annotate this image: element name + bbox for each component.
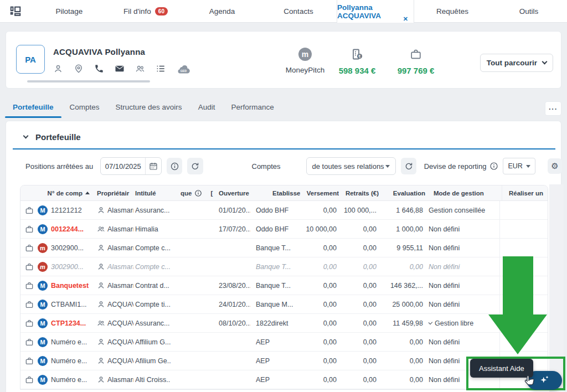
account-title: Contrat d... xyxy=(135,282,171,290)
account-number-link[interactable]: Numéro e... xyxy=(51,357,90,365)
deposits: 0,00 xyxy=(299,376,337,384)
provider-badge: M xyxy=(38,205,48,215)
gear-icon[interactable]: ⚙ xyxy=(548,158,562,174)
nav-item-requetes[interactable]: Requêtes xyxy=(414,0,491,22)
account-title: Assuranc... xyxy=(135,207,171,214)
table-row[interactable]: M 0012244... Alasmarrr Himalia 17/07/20.… xyxy=(20,220,548,239)
header-title[interactable]: Intitulé xyxy=(135,190,171,197)
account-title: Compte c... xyxy=(135,263,171,271)
person-icon xyxy=(97,262,105,271)
provider-letter: M xyxy=(40,282,45,289)
phone-icon[interactable] xyxy=(94,64,104,74)
info-button[interactable] xyxy=(167,158,182,174)
header-action[interactable]: Réaliser un xyxy=(502,185,548,200)
positions-label: Positions arrêtées au xyxy=(25,162,93,171)
withdrawals: 0,00 xyxy=(338,263,377,271)
portfolio-controls: Positions arrêtées au 07/10/2025 Comptes… xyxy=(6,157,562,176)
collapse-chevron-icon[interactable] xyxy=(23,133,29,139)
header-management[interactable]: Mode de gestion xyxy=(431,190,502,197)
tab-structure-des-avoirs[interactable]: Structure des avoirs xyxy=(116,103,182,112)
table-row[interactable]: M CTBAMI1... ACQUAVI Compte ti... 24/01/… xyxy=(20,295,548,314)
nav-item-agenda[interactable]: Agenda xyxy=(184,0,260,22)
account-number-link[interactable]: 0012244... xyxy=(51,225,90,233)
tab-performance[interactable]: Performance xyxy=(231,103,274,112)
refresh-positions-button[interactable] xyxy=(187,158,203,174)
location-pin-icon[interactable] xyxy=(74,64,84,74)
header-risk[interactable]: que [ xyxy=(173,189,216,197)
account-number-link[interactable]: CTP1234... xyxy=(51,319,90,327)
envelope-icon[interactable] xyxy=(115,64,125,74)
moneypitch-icon: m xyxy=(298,48,312,61)
info-icon[interactable] xyxy=(489,162,498,171)
relations-select[interactable]: de toutes ses relations xyxy=(306,157,396,175)
account-number-link[interactable]: Banquetest xyxy=(51,282,90,290)
action-cell xyxy=(499,220,548,238)
calendar-icon[interactable] xyxy=(146,157,161,175)
close-icon[interactable]: ✕ xyxy=(403,16,408,23)
currency-select[interactable]: EUR xyxy=(503,158,535,174)
positions-date-picker[interactable]: 07/10/2025 xyxy=(100,157,162,175)
date-input[interactable]: 07/10/2025 xyxy=(101,162,145,171)
table-row[interactable]: M 12121212 Alasmarrr Assuranc... 01/01/2… xyxy=(20,201,548,220)
browse-all-button[interactable]: Tout parcourir xyxy=(480,54,553,72)
account-number-link[interactable]: 3002900... xyxy=(51,263,90,271)
tab-audit[interactable]: Audit xyxy=(198,103,215,112)
table-row[interactable]: M CTP1234... ACQUAVI Assuranc... 08/10/2… xyxy=(20,314,548,333)
owner-name: Alasmarrr xyxy=(107,376,133,384)
header-valuation[interactable]: Evaluation xyxy=(380,190,425,197)
table-row[interactable]: M Numéro e... ACQUAVI Affilium G... AEP … xyxy=(20,333,548,352)
header-owner[interactable]: Propriétair xyxy=(97,190,133,197)
more-options-button[interactable]: ··· xyxy=(545,101,561,116)
table-row[interactable]: M Banquetest Alasmarrr Contrat d... 23/0… xyxy=(20,276,548,295)
icons-scrollbar[interactable] xyxy=(27,80,150,82)
nav-tab-client-active[interactable]: Pollyanna ACQUAVIVA ✕ xyxy=(337,0,414,23)
management-mode: Non défini xyxy=(429,376,460,384)
account-number-link[interactable]: Numéro e... xyxy=(51,376,90,384)
opening-date: 17/07/20... xyxy=(216,225,250,233)
table-header: N° de comp Propriétair Intitulé que [ Ou… xyxy=(20,185,548,201)
client-header-card: PA ACQUAVIVA Pollyanna GED m MoneyPitch … xyxy=(6,31,561,89)
header-deposits[interactable]: Versement xyxy=(301,190,339,197)
avatar: PA xyxy=(16,45,45,74)
portfolio-assets-stat[interactable]: 997 769 € xyxy=(383,47,449,75)
management-mode: Non défini xyxy=(429,244,460,252)
tab-comptes[interactable]: Comptes xyxy=(70,103,100,112)
person-icon[interactable] xyxy=(53,64,63,74)
ged-cloud-icon[interactable]: GED xyxy=(176,64,190,74)
app-logo-icon[interactable] xyxy=(0,0,31,22)
nav-item-contacts[interactable]: Contacts xyxy=(260,0,337,22)
bank-assets-stat[interactable]: € 598 934 € xyxy=(324,47,390,75)
deposits: 10 000,00 xyxy=(299,225,337,233)
account-number-link[interactable]: 12121212 xyxy=(51,207,90,214)
table-row[interactable]: m 3002900... Alasmarrr Compte c... Banqu… xyxy=(20,257,548,276)
account-number-link[interactable]: Numéro e... xyxy=(51,338,90,346)
institution: Banque T... xyxy=(256,263,298,271)
account-number-link[interactable]: 3002900... xyxy=(51,244,90,252)
owner-name: Alasmarrr xyxy=(107,263,133,271)
header-account[interactable]: N° de comp xyxy=(25,190,90,197)
account-number-link[interactable]: CTBAMI1... xyxy=(51,301,90,308)
tab-portefeuille[interactable]: Portefeuille xyxy=(13,103,54,112)
withdrawals: 0,00 xyxy=(338,319,377,327)
institution: Banque M... xyxy=(256,301,298,308)
chevron-down-icon[interactable] xyxy=(429,320,432,324)
info-icon[interactable] xyxy=(194,189,202,197)
group-icon xyxy=(97,319,105,327)
provider-badge: M xyxy=(38,375,48,385)
opening-date: 23/08/20... xyxy=(216,282,250,290)
nav-item-pilotage[interactable]: Pilotage xyxy=(31,0,107,22)
refresh-accounts-button[interactable] xyxy=(401,158,416,174)
header-opening[interactable]: Ouverture xyxy=(216,190,250,197)
client-tabs: Portefeuille Comptes Structure des avoir… xyxy=(13,103,274,112)
provider-badge: m xyxy=(38,243,48,253)
nav-item-outils[interactable]: Outils xyxy=(491,0,567,22)
briefcase-icon xyxy=(25,338,35,347)
header-withdrawals[interactable]: Retraits (€) xyxy=(340,190,379,197)
header-institution[interactable]: Etablissem xyxy=(256,190,300,197)
deposits: 0,00 xyxy=(299,338,337,346)
account-title: Affilium G... xyxy=(135,338,171,346)
group-icon[interactable] xyxy=(135,64,145,74)
nav-item-fil-dinfo[interactable]: Fil d'info 60 xyxy=(107,0,184,22)
table-row[interactable]: m 3002900... Alasmarrr Compte c... Banqu… xyxy=(20,239,548,257)
checklist-icon[interactable] xyxy=(156,64,166,74)
